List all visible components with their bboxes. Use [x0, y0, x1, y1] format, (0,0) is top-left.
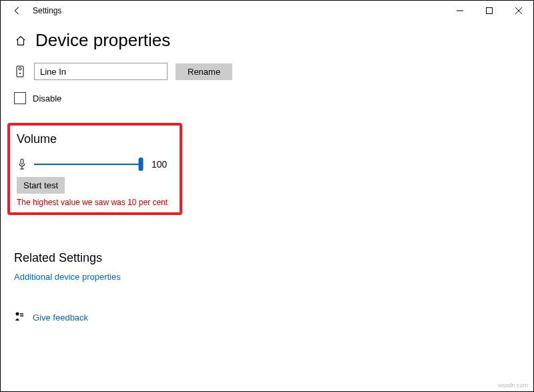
- feedback-row: Give feedback: [14, 311, 520, 324]
- titlebar: Settings: [1, 1, 533, 21]
- svg-point-3: [19, 67, 21, 70]
- app-name: Settings: [33, 6, 61, 15]
- related-settings-section: Related Settings Additional device prope…: [14, 251, 520, 282]
- volume-slider[interactable]: [34, 159, 141, 170]
- slider-rail: [34, 164, 141, 165]
- microphone-icon: [17, 158, 27, 170]
- volume-section-title: Volume: [17, 132, 173, 146]
- svg-rect-5: [21, 159, 23, 164]
- related-settings-title: Related Settings: [14, 251, 520, 265]
- volume-row: 100: [17, 158, 173, 170]
- svg-point-4: [19, 73, 21, 74]
- home-icon[interactable]: [14, 34, 27, 47]
- volume-section-highlight: Volume 100 Start test The highest value …: [7, 123, 182, 215]
- device-icon: [14, 65, 26, 77]
- close-button[interactable]: [504, 1, 533, 21]
- device-name-row: Rename: [14, 63, 520, 80]
- disable-label: Disable: [33, 93, 61, 104]
- volume-value: 100: [152, 159, 167, 170]
- start-test-button[interactable]: Start test: [17, 177, 65, 194]
- give-feedback-link[interactable]: Give feedback: [33, 313, 88, 323]
- back-button[interactable]: [7, 1, 27, 21]
- disable-checkbox[interactable]: [14, 92, 26, 104]
- page-header: Device properties: [1, 21, 533, 60]
- device-name-input[interactable]: [34, 63, 168, 80]
- slider-thumb[interactable]: [139, 158, 144, 171]
- window-controls: [445, 1, 533, 21]
- svg-rect-1: [487, 8, 493, 14]
- page-title: Device properties: [35, 30, 170, 51]
- disable-row: Disable: [14, 92, 520, 104]
- test-result-text: The highest value we saw was 10 per cent: [17, 198, 173, 207]
- svg-point-6: [16, 313, 19, 316]
- additional-device-properties-link[interactable]: Additional device properties: [14, 272, 121, 282]
- watermark: wsxdn.com: [498, 382, 528, 389]
- maximize-button[interactable]: [475, 1, 504, 21]
- rename-button[interactable]: Rename: [176, 63, 232, 80]
- feedback-icon: [14, 311, 25, 324]
- minimize-button[interactable]: [445, 1, 475, 21]
